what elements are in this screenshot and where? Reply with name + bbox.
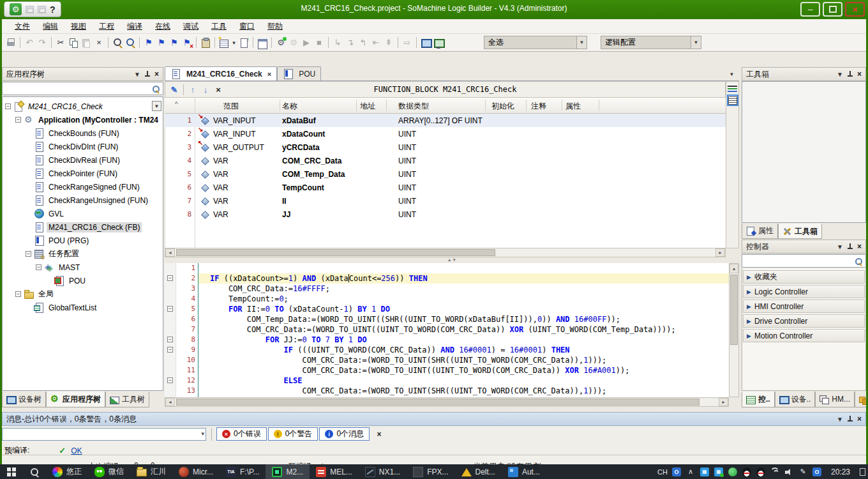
column-header-1[interactable]: 名称 [282, 101, 297, 112]
close-icon[interactable]: × [857, 70, 862, 79]
logout-icon[interactable]: ⚙ [288, 37, 299, 49]
tree-item-label[interactable]: M241_CRC16_Check [26, 102, 105, 112]
taskbar-app-NX1...[interactable]: NX1... [359, 464, 407, 479]
restore-button[interactable] [823, 2, 842, 17]
variable-row[interactable]: 7VARIIUINT [165, 194, 726, 208]
tree-item[interactable]: CheckBounds (FUN) [3, 126, 163, 140]
menu-item-9[interactable]: 帮助 [261, 21, 289, 32]
chevron-down-icon[interactable]: ▼ [576, 36, 587, 49]
tree-item[interactable]: CheckDivReal (FUN) [3, 153, 163, 167]
tree-item-label[interactable]: CheckBounds (FUN) [47, 128, 121, 139]
tree-item[interactable]: CheckDivDInt (FUN) [3, 140, 163, 153]
new-grid-icon[interactable] [218, 37, 230, 49]
tree-item-label[interactable]: CheckPointer (FUN) [47, 169, 119, 179]
variable-scope[interactable]: VAR [213, 210, 228, 219]
code-line[interactable]: TempCount:=0; [198, 294, 729, 304]
taskbar-clock[interactable]: 20:23 [824, 468, 857, 476]
close-icon[interactable]: × [857, 242, 862, 251]
variable-row[interactable]: 6VARTempCountUINT [165, 181, 726, 194]
fold-minus-icon[interactable]: − [167, 377, 173, 383]
editor-splitter[interactable]: ▲ ▼ [165, 257, 739, 263]
scroll-right-icon[interactable]: ▸ [719, 398, 728, 406]
editor-tab-0[interactable]: M241_CRC16_Check× [165, 66, 277, 80]
fold-minus-icon[interactable]: − [167, 306, 173, 312]
tree-item[interactable]: −M241_CRC16_Check▼ [3, 100, 163, 113]
pin-icon[interactable] [848, 71, 853, 77]
chevron-down-icon[interactable]: ▼ [691, 36, 701, 49]
tree-item-label[interactable]: CheckDivReal (FUN) [47, 155, 122, 165]
controller-search-input[interactable] [742, 254, 866, 268]
undo-icon[interactable]: ↶ [24, 37, 35, 49]
tab-list-chevron-icon[interactable]: ▼ [727, 70, 737, 79]
step-skip-icon[interactable]: ⇞ [383, 37, 394, 49]
find-icon[interactable] [112, 37, 123, 49]
tray-greendot[interactable] [726, 464, 740, 479]
taskbar-app-汇川[interactable]: 汇川 [130, 464, 172, 479]
tree-item-label[interactable]: CheckDivDInt (FUN) [47, 142, 120, 152]
dock-tab-1[interactable]: 应用程序树 [46, 392, 105, 407]
tree-expand-icon[interactable]: − [26, 251, 31, 257]
tree-expand-icon[interactable]: − [36, 264, 41, 270]
variable-type[interactable]: ARRAY[0..127] OF UINT [398, 116, 483, 125]
tree-item[interactable]: POU (PRG) [3, 234, 163, 247]
code-line[interactable]: FOR II:=0 TO (xDataCount-1) BY 1 DO [198, 304, 729, 314]
column-header-3[interactable]: 数据类型 [398, 101, 429, 112]
column-divider[interactable] [562, 100, 562, 111]
variable-name[interactable]: COM_Temp_Data [282, 170, 345, 179]
scroll-thumb[interactable] [176, 249, 495, 256]
column-divider[interactable] [280, 100, 280, 111]
scroll-thumb[interactable] [730, 275, 738, 345]
column-header-2[interactable]: 地址 [360, 101, 375, 112]
dock-tab-2[interactable]: 工具树 [105, 392, 149, 407]
variable-type[interactable]: UINT [398, 197, 416, 206]
tree-item[interactable]: CheckPointer (FUN) [3, 167, 163, 180]
variable-scope[interactable]: VAR [213, 156, 228, 165]
filter-info-button[interactable]: i0个消息 [319, 427, 370, 441]
pin-icon[interactable] [848, 243, 853, 250]
menu-item-6[interactable]: 调试 [177, 21, 205, 32]
scroll-thumb[interactable] [176, 399, 700, 406]
tree-expand-icon[interactable]: − [15, 117, 21, 123]
show-desktop-button[interactable] [860, 468, 865, 476]
copy-icon[interactable] [68, 37, 79, 49]
code-line[interactable]: ELSE [198, 376, 729, 386]
code-line[interactable]: COM_Temp_Data:=(WORD_TO_UINT((SHR((UINT_… [198, 314, 729, 324]
taskbar-app-start[interactable] [0, 464, 23, 479]
tree-search-input[interactable] [2, 82, 163, 95]
play-icon[interactable]: ▶ [301, 37, 312, 49]
variable-scope[interactable]: VAR [213, 197, 228, 206]
taskbar-app-Aut...[interactable]: Aut... [502, 464, 546, 479]
paste-icon[interactable] [80, 37, 92, 49]
variable-type[interactable]: UINT [398, 183, 416, 192]
tree-item[interactable]: −任务配置 [3, 247, 163, 261]
toolbox-tab-1[interactable]: 工具箱 [778, 224, 822, 239]
column-divider[interactable] [485, 100, 486, 111]
close-icon[interactable]: × [857, 414, 862, 423]
menu-item-0[interactable]: 文件 [8, 21, 36, 32]
variable-name[interactable]: JJ [282, 210, 290, 219]
pin-icon[interactable] [848, 416, 853, 422]
minimize-button[interactable]: – [800, 2, 820, 17]
scroll-left-icon[interactable]: ◂ [165, 248, 175, 257]
code-hscrollbar[interactable]: ◂ ▸ [165, 397, 729, 407]
tree-item-label[interactable]: GVL [47, 209, 66, 219]
step-out-icon[interactable]: ↰ [357, 37, 369, 49]
tree-item[interactable]: −MAST [3, 261, 163, 274]
taskbar-app-MEL...[interactable]: MEL... [310, 464, 359, 479]
variable-name[interactable]: II [282, 197, 287, 206]
variable-type[interactable]: UINT [398, 210, 416, 219]
tree-item[interactable]: GVL [3, 207, 163, 220]
declaration-hscrollbar[interactable]: ◂ ▸ [165, 248, 726, 257]
column-divider[interactable] [386, 100, 387, 111]
doc-up-icon[interactable] [238, 37, 250, 49]
controller-section-3[interactable]: ▶Drive Controller [743, 314, 865, 328]
variable-name[interactable]: yCRCData [282, 143, 320, 152]
controller-section-0[interactable]: ▶收藏夹 [743, 270, 865, 284]
tree-item-label[interactable]: M241_CRC16_Check (FB) [47, 222, 142, 232]
tree-root-chevron-icon[interactable]: ▼ [152, 101, 161, 111]
fold-minus-icon[interactable]: − [167, 275, 173, 281]
panel-menu-icon[interactable]: ▼ [837, 416, 843, 423]
taskbar-app-Delt...[interactable]: Delt... [455, 464, 502, 479]
variable-scope[interactable]: VAR [213, 170, 228, 179]
stop-icon[interactable]: ■ [313, 37, 325, 49]
